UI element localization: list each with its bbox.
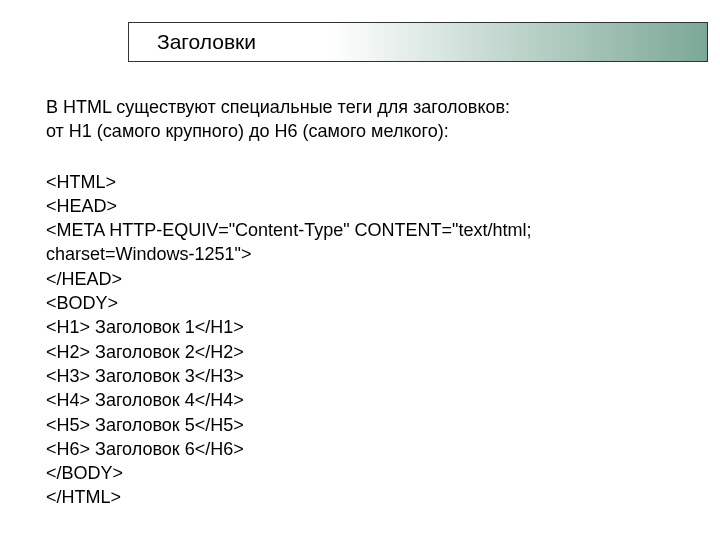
code-line: <H6> Заголовок 6</H6> [46, 437, 680, 461]
intro-line-2: от Н1 (самого крупного) до Н6 (самого ме… [46, 121, 449, 141]
code-line: <BODY> [46, 291, 680, 315]
code-line: <H1> Заголовок 1</H1> [46, 315, 680, 339]
code-line: <H5> Заголовок 5</H5> [46, 413, 680, 437]
code-line: <HTML> [46, 170, 680, 194]
content-area: В HTML существуют специальные теги для з… [46, 95, 680, 510]
code-line: <H3> Заголовок 3</H3> [46, 364, 680, 388]
title-bar: Заголовки [128, 22, 708, 62]
code-line: <META HTTP-EQUIV="Content-Type" CONTENT=… [46, 218, 680, 242]
code-line: <H2> Заголовок 2</H2> [46, 340, 680, 364]
code-line: </BODY> [46, 461, 680, 485]
code-line: <H4> Заголовок 4</H4> [46, 388, 680, 412]
code-example: <HTML> <HEAD> <META HTTP-EQUIV="Content-… [46, 170, 680, 510]
code-line: <HEAD> [46, 194, 680, 218]
slide-title: Заголовки [157, 30, 256, 54]
intro-paragraph: В HTML существуют специальные теги для з… [46, 95, 680, 144]
code-line: </HTML> [46, 485, 680, 509]
code-line: </HEAD> [46, 267, 680, 291]
intro-line-1: В HTML существуют специальные теги для з… [46, 97, 510, 117]
code-line: charset=Windows-1251"> [46, 242, 680, 266]
